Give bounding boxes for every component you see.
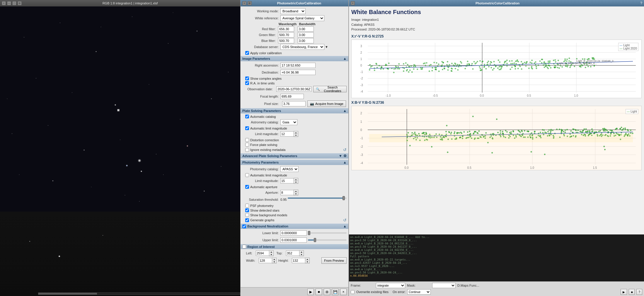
middle-close-btn[interactable]: × xyxy=(242,1,246,5)
show-bg-checkbox[interactable] xyxy=(245,213,249,217)
distortion-checkbox[interactable] xyxy=(245,138,249,142)
controls-run-btn[interactable]: ▶ xyxy=(621,289,627,295)
plate-solving-collapse[interactable]: ▲ xyxy=(343,109,347,113)
auto-limit-mag-checkbox[interactable] xyxy=(245,126,249,130)
upper-slider-thumb[interactable] xyxy=(314,238,316,242)
height-input[interactable] xyxy=(292,258,305,263)
saturation-slider-thumb[interactable] xyxy=(343,196,345,200)
roi-checkbox[interactable] xyxy=(242,245,246,249)
limit-mag-input[interactable] xyxy=(280,131,294,137)
advanced-plate-collapse[interactable]: ▼ xyxy=(339,154,342,158)
astrometry-select[interactable]: Gaia USNO xyxy=(280,119,297,125)
auto-aperture-checkbox[interactable] xyxy=(245,185,249,189)
left-input[interactable] xyxy=(256,251,269,256)
show-complex-checkbox[interactable] xyxy=(245,76,249,80)
auto-catalog-checkbox[interactable] xyxy=(245,115,249,118)
advanced-plate-settings[interactable]: ⚙ xyxy=(343,154,347,158)
focal-input[interactable] xyxy=(280,94,304,99)
force-plate-checkbox[interactable] xyxy=(245,143,249,147)
save-button[interactable]: ⊞ xyxy=(324,289,330,295)
auto-limit-photo-checkbox[interactable] xyxy=(245,173,249,177)
left-down[interactable]: ▼ xyxy=(269,253,273,256)
export-button[interactable]: 💾 xyxy=(332,289,338,295)
obs-date-input[interactable] xyxy=(276,86,311,92)
apply-calibration-checkbox[interactable] xyxy=(245,51,249,55)
ra-row: Right ascension: xyxy=(242,62,347,68)
limit-mag-up[interactable]: ▲ xyxy=(294,131,298,134)
stop-button[interactable]: ■ xyxy=(316,289,322,295)
limit-photo-down[interactable]: ▼ xyxy=(294,181,298,183)
frame-select[interactable]: integrate xyxy=(376,283,405,288)
graph2-container: — Light xyxy=(351,106,642,170)
red-bandwidth-input[interactable] xyxy=(298,26,314,32)
right-close-btn[interactable]: × xyxy=(351,1,355,5)
white-ref-select[interactable]: Average Spiral Galaxy Sun xyxy=(280,15,324,21)
photo-catalog-select[interactable]: APASS Gaia xyxy=(280,166,299,172)
image-params-collapse[interactable]: ▲ xyxy=(343,57,347,61)
pixel-input[interactable] xyxy=(282,101,306,106)
width-input[interactable] xyxy=(259,258,272,263)
ra-time-checkbox[interactable] xyxy=(245,81,249,85)
gen-graphs-refresh-icon[interactable]: ↺ xyxy=(343,218,347,222)
search-coords-button[interactable]: 🔍 Search Coordinates xyxy=(313,86,347,92)
top-input[interactable] xyxy=(286,251,299,256)
ra-input[interactable] xyxy=(280,63,316,68)
aperture-down[interactable]: ▼ xyxy=(294,193,298,195)
close-bottom-button[interactable]: × xyxy=(340,289,347,295)
right-panel: × PhotometricColorCalibration ? White Ba… xyxy=(349,0,644,296)
from-preview-button[interactable]: From Preview xyxy=(321,257,347,264)
image-max-btn[interactable]: □ xyxy=(12,1,16,5)
controls-stop-btn[interactable]: ■ xyxy=(629,289,635,295)
height-up[interactable]: ▲ xyxy=(305,258,309,261)
green-wavelength-input[interactable] xyxy=(278,32,294,38)
image-pin-btn[interactable]: ⊞ xyxy=(18,1,22,5)
image-close-btn[interactable]: × xyxy=(2,1,6,5)
ignore-meta-checkbox[interactable] xyxy=(245,148,249,152)
lower-limit-label: Lower limit: xyxy=(242,231,280,235)
blue-wavelength-input[interactable] xyxy=(278,38,294,43)
green-bandwidth-input[interactable] xyxy=(298,32,314,38)
overwrite-checkbox[interactable] xyxy=(351,290,355,294)
on-error-select[interactable]: Continue Abort xyxy=(407,289,431,295)
database-select[interactable]: CDS Strasbourg, France xyxy=(280,44,324,50)
acquire-button[interactable]: 📷 Acquire from Image xyxy=(307,101,346,107)
wavelength-header: Wavelength xyxy=(278,22,297,26)
controls-help-btn[interactable]: ? xyxy=(636,289,642,295)
refresh-icon[interactable]: ↺ xyxy=(343,147,347,152)
scrollbar[interactable] xyxy=(38,292,240,295)
mask-select[interactable] xyxy=(432,283,456,288)
top-up[interactable]: ▲ xyxy=(299,251,304,253)
width-down[interactable]: ▼ xyxy=(272,261,276,263)
show-stars-checkbox[interactable] xyxy=(245,208,249,212)
log-entry-12: n.04.054934 xyxy=(350,274,643,277)
run-button[interactable]: ▶ xyxy=(307,289,314,295)
database-expand-icon[interactable]: ▼ xyxy=(325,45,328,49)
limit-mag-down[interactable]: ▼ xyxy=(294,134,298,137)
aperture-input[interactable] xyxy=(280,190,294,195)
image-min-btn[interactable]: — xyxy=(7,1,11,5)
height-down[interactable]: ▼ xyxy=(305,261,309,263)
dec-input[interactable] xyxy=(280,70,316,75)
bg-neutral-checkbox[interactable] xyxy=(242,224,246,228)
middle-max-btn[interactable]: ⊞ xyxy=(248,1,252,5)
lower-limit-input[interactable] xyxy=(280,230,307,236)
blue-bandwidth-input[interactable] xyxy=(298,38,314,43)
upper-limit-input[interactable] xyxy=(280,237,307,243)
psf-photo-checkbox[interactable] xyxy=(245,204,249,207)
lower-slider-thumb[interactable] xyxy=(308,231,310,235)
width-up[interactable]: ▲ xyxy=(272,258,276,261)
bg-neutral-collapse[interactable]: ▲ xyxy=(343,224,347,228)
working-mode-label: Working mode: xyxy=(242,9,280,13)
top-down[interactable]: ▼ xyxy=(299,253,304,256)
log-entry-10: on.m=0.m Light_B_... xyxy=(350,268,643,271)
aperture-up[interactable]: ▲ xyxy=(294,190,298,193)
working-mode-select[interactable]: Broadband Narrowband xyxy=(280,8,306,14)
photometry-collapse[interactable]: ▲ xyxy=(343,160,347,164)
gen-graphs-checkbox[interactable] xyxy=(245,218,249,222)
right-help-btn[interactable]: ? xyxy=(640,1,642,5)
red-wavelength-input[interactable] xyxy=(278,26,294,32)
limit-photo-up[interactable]: ▲ xyxy=(294,178,298,181)
scrollbar-thumb[interactable] xyxy=(38,293,97,295)
limit-photo-input[interactable] xyxy=(280,178,294,183)
left-up[interactable]: ▲ xyxy=(269,251,273,253)
